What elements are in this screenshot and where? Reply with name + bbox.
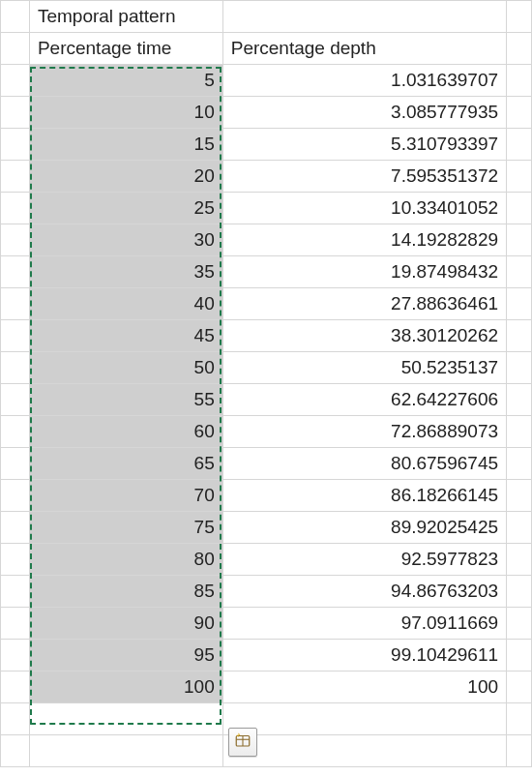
spreadsheet-viewport[interactable]: Temporal pattern Percentage time Percent… (0, 0, 532, 776)
cell-blank[interactable] (222, 1, 506, 33)
time-cell[interactable]: 45 (29, 320, 222, 352)
time-cell[interactable]: 20 (29, 161, 222, 193)
svg-marker-3 (239, 732, 241, 734)
table-row: 8594.86763203 (1, 576, 532, 608)
depth-cell[interactable]: 38.30120262 (222, 320, 506, 352)
cell-blank[interactable] (29, 703, 222, 735)
table-row: 7589.92025425 (1, 512, 532, 544)
table-row (1, 735, 532, 767)
title-cell[interactable]: Temporal pattern (29, 1, 222, 33)
cell-blank[interactable] (222, 703, 506, 735)
time-cell[interactable]: 5 (29, 65, 222, 97)
depth-cell[interactable]: 14.19282829 (222, 224, 506, 256)
depth-cell[interactable]: 80.67596745 (222, 448, 506, 480)
time-cell[interactable]: 10 (29, 97, 222, 129)
table-row: 207.595351372 (1, 161, 532, 193)
cell-blank[interactable] (507, 1, 532, 33)
table-row: 2510.33401052 (1, 193, 532, 224)
depth-cell[interactable]: 50.5235137 (222, 352, 506, 384)
time-cell[interactable]: 80 (29, 544, 222, 576)
spreadsheet-grid[interactable]: Temporal pattern Percentage time Percent… (0, 0, 532, 767)
table-row: 4538.30120262 (1, 320, 532, 352)
table-row: Temporal pattern (1, 1, 532, 33)
table-row: 9599.10429611 (1, 640, 532, 672)
depth-cell[interactable]: 72.86889073 (222, 416, 506, 448)
time-cell[interactable]: 50 (29, 352, 222, 384)
time-cell[interactable]: 65 (29, 448, 222, 480)
col1-header-cell[interactable]: Percentage time (29, 33, 222, 65)
time-cell[interactable]: 25 (29, 193, 222, 224)
table-row: 6580.67596745 (1, 448, 532, 480)
table-row: 3014.19282829 (1, 224, 532, 256)
table-row: 4027.88636461 (1, 288, 532, 320)
depth-cell[interactable]: 3.085777935 (222, 97, 506, 129)
table-row: 3519.87498432 (1, 256, 532, 288)
time-cell[interactable]: 90 (29, 608, 222, 640)
table-row: 5562.64227606 (1, 384, 532, 416)
table-row (1, 703, 532, 735)
table-row: 8092.5977823 (1, 544, 532, 576)
table-row: Percentage time Percentage depth (1, 33, 532, 65)
table-row: 100100 (1, 672, 532, 703)
table-row: 6072.86889073 (1, 416, 532, 448)
cell-blank[interactable] (1, 1, 30, 33)
time-cell[interactable]: 15 (29, 129, 222, 161)
depth-cell[interactable]: 7.595351372 (222, 161, 506, 193)
depth-cell[interactable]: 62.64227606 (222, 384, 506, 416)
time-cell[interactable]: 100 (29, 672, 222, 703)
quick-analysis-button[interactable] (228, 728, 257, 757)
depth-cell[interactable]: 10.33401052 (222, 193, 506, 224)
depth-cell[interactable]: 89.92025425 (222, 512, 506, 544)
cell-blank[interactable] (1, 33, 30, 65)
depth-cell[interactable]: 1.031639707 (222, 65, 506, 97)
cell-blank[interactable] (29, 735, 222, 767)
cell-blank[interactable] (222, 735, 506, 767)
depth-cell[interactable]: 27.88636461 (222, 288, 506, 320)
time-cell[interactable]: 30 (29, 224, 222, 256)
quick-analysis-icon (234, 731, 251, 754)
table-row: 5050.5235137 (1, 352, 532, 384)
time-cell[interactable]: 75 (29, 512, 222, 544)
time-cell[interactable]: 95 (29, 640, 222, 672)
depth-cell[interactable]: 86.18266145 (222, 480, 506, 512)
time-cell[interactable]: 40 (29, 288, 222, 320)
depth-cell[interactable]: 92.5977823 (222, 544, 506, 576)
time-cell[interactable]: 70 (29, 480, 222, 512)
depth-cell[interactable]: 99.10429611 (222, 640, 506, 672)
depth-cell[interactable]: 5.310793397 (222, 129, 506, 161)
table-row: 51.031639707 (1, 65, 532, 97)
table-row: 7086.18266145 (1, 480, 532, 512)
table-row: 103.085777935 (1, 97, 532, 129)
time-cell[interactable]: 85 (29, 576, 222, 608)
time-cell[interactable]: 35 (29, 256, 222, 288)
col2-header-cell[interactable]: Percentage depth (222, 33, 506, 65)
depth-cell[interactable]: 100 (222, 672, 506, 703)
table-row: 9097.0911669 (1, 608, 532, 640)
cell-blank[interactable] (507, 33, 532, 65)
time-cell[interactable]: 60 (29, 416, 222, 448)
depth-cell[interactable]: 19.87498432 (222, 256, 506, 288)
depth-cell[interactable]: 94.86763203 (222, 576, 506, 608)
table-row: 155.310793397 (1, 129, 532, 161)
time-cell[interactable]: 55 (29, 384, 222, 416)
depth-cell[interactable]: 97.0911669 (222, 608, 506, 640)
